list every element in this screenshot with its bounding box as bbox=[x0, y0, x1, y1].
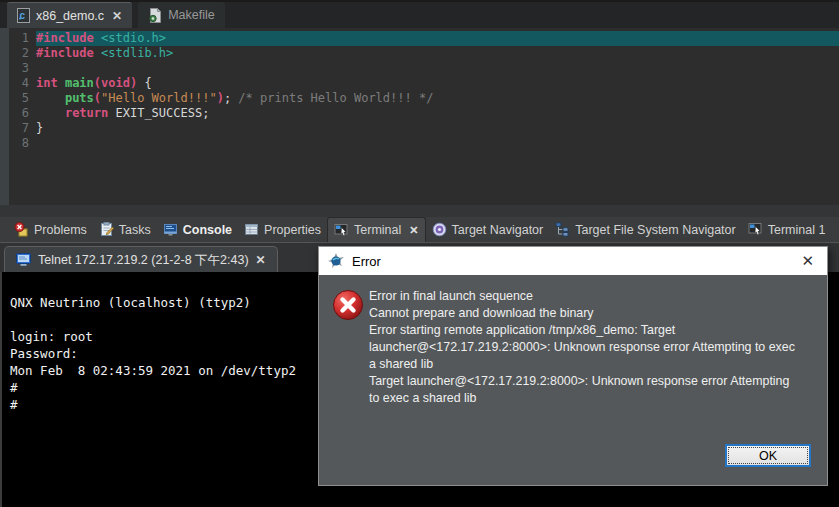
properties-icon bbox=[244, 222, 259, 237]
code-line: } bbox=[36, 121, 839, 136]
line-number-gutter: 12345678 bbox=[9, 28, 36, 205]
c-file-icon: c bbox=[17, 8, 30, 23]
tab-x86-demo-c[interactable]: c x86_demo.c ✕ bbox=[7, 2, 132, 28]
panel-tab-label: Tasks bbox=[119, 223, 151, 237]
code-line: #include <stdlib.h> bbox=[36, 46, 839, 61]
panel-tabbar: Problems Tasks Console bbox=[0, 217, 839, 242]
code-line: #include <stdio.h> bbox=[36, 31, 839, 46]
error-message: Error in final launch sequence Cannot pr… bbox=[369, 288, 817, 407]
problems-icon bbox=[14, 222, 29, 237]
panel-tab-label: Problems bbox=[34, 223, 87, 237]
close-icon[interactable]: ✕ bbox=[409, 224, 418, 237]
telnet-tab-label: Telnet 172.17.219.2 (21-2-8 下午2:43) bbox=[38, 252, 249, 269]
tab-tasks[interactable]: Tasks bbox=[93, 217, 157, 242]
telnet-terminal-icon bbox=[16, 253, 31, 267]
dialog-title: Error bbox=[352, 254, 789, 269]
tasks-icon bbox=[99, 222, 114, 237]
tab-telnet-session[interactable]: Telnet 172.17.219.2 (21-2-8 下午2:43) ✕ bbox=[4, 246, 278, 273]
code-line: int main(void) { bbox=[36, 76, 839, 91]
close-icon[interactable]: ✕ bbox=[256, 253, 266, 267]
target-navigator-icon bbox=[432, 222, 447, 237]
tab-problems[interactable]: Problems bbox=[8, 217, 93, 242]
panel-tab-label: Terminal bbox=[354, 223, 401, 237]
ide-window: c x86_demo.c ✕ Makefile 12345678 #includ… bbox=[0, 0, 839, 507]
panel-tab-label: Terminal 1 bbox=[768, 223, 826, 237]
panel-tab-label: Console bbox=[183, 223, 232, 237]
panel-tab-label: Properties bbox=[264, 223, 321, 237]
tab-properties[interactable]: Properties bbox=[238, 217, 327, 242]
dialog-titlebar[interactable]: Error ✕ bbox=[319, 247, 827, 275]
code-line: puts("Hello World!!!"); /* prints Hello … bbox=[36, 91, 839, 106]
console-icon bbox=[163, 222, 178, 237]
editor-tabbar: c x86_demo.c ✕ Makefile bbox=[0, 0, 839, 28]
tab-terminal-1[interactable]: Terminal 1 bbox=[742, 217, 832, 242]
ok-button[interactable]: OK bbox=[725, 444, 811, 467]
close-icon[interactable]: ✕ bbox=[112, 9, 122, 23]
error-dialog: Error ✕ Error in final launch sequence C… bbox=[318, 246, 828, 486]
error-icon bbox=[332, 289, 364, 321]
tab-target-navigator[interactable]: Target Navigator bbox=[426, 217, 550, 242]
annotation-ruler bbox=[0, 28, 9, 205]
terminal-icon bbox=[334, 223, 349, 238]
tab-terminal[interactable]: Terminal ✕ bbox=[327, 217, 425, 242]
editor-panel-splitter[interactable] bbox=[0, 205, 839, 217]
code-line: return EXIT_SUCCESS; bbox=[36, 106, 839, 121]
tab-target-file-system-navigator[interactable]: Target File System Navigator bbox=[549, 217, 741, 242]
code-line bbox=[36, 136, 839, 151]
tab-console[interactable]: Console bbox=[157, 217, 238, 242]
editor-tab-label: x86_demo.c bbox=[36, 9, 104, 23]
code-area[interactable]: #include <stdio.h>#include <stdlib.h>int… bbox=[36, 28, 839, 205]
code-editor[interactable]: 12345678 #include <stdio.h>#include <std… bbox=[0, 28, 839, 205]
tab-makefile[interactable]: Makefile bbox=[138, 2, 225, 28]
panel-tab-label: Target File System Navigator bbox=[575, 223, 735, 237]
panel-tab-label: Target Navigator bbox=[452, 223, 544, 237]
code-line bbox=[36, 61, 839, 76]
dialog-body: Error in final launch sequence Cannot pr… bbox=[319, 275, 827, 486]
editor-tab-label: Makefile bbox=[168, 8, 215, 22]
app-logo-icon bbox=[328, 253, 344, 269]
dialog-close-icon[interactable]: ✕ bbox=[797, 252, 818, 270]
target-file-system-navigator-icon bbox=[555, 222, 570, 237]
makefile-icon bbox=[148, 8, 162, 23]
terminal-icon bbox=[748, 222, 763, 237]
